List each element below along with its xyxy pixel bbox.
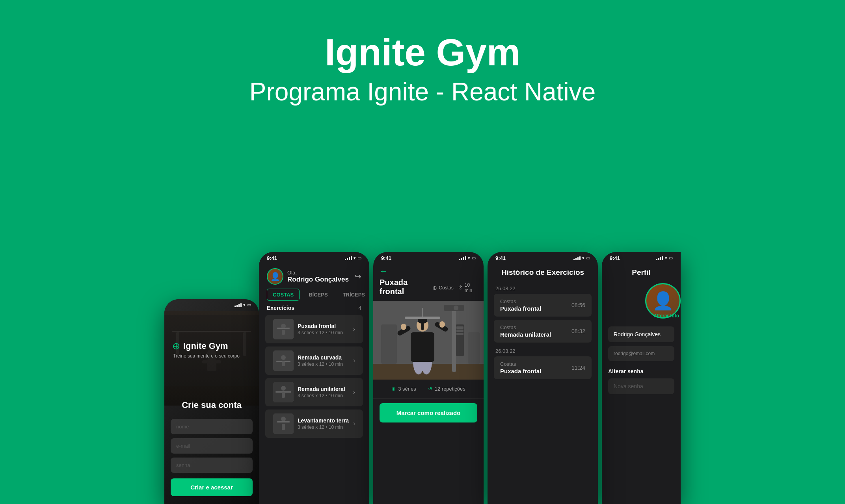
exercise-name-3: Remada unilateral — [298, 386, 349, 392]
history-ex-2: Remada unilateral — [500, 331, 551, 338]
exercise-tabs: COSTAS BÍCEPS TRÍCEPS OMBR... — [259, 289, 369, 305]
exercise-detail-header: ← Puxada frontal ⊕ Costas ⏱ 10 min — [373, 263, 484, 301]
phone-profile: 9:41 ▾ ▭ Perfil 👤 Alterar foto Rodrigo G… — [602, 252, 681, 504]
exercise-name-2: Remada curvada — [298, 354, 349, 361]
wifi-icon-2: ▾ — [354, 256, 356, 261]
logout-icon[interactable]: ↪ — [355, 272, 361, 281]
status-bar-4: 9:41 ▾ ▭ — [488, 252, 598, 263]
exercise-svg — [373, 301, 484, 380]
profile-form: Rodrigo Gonçalves rodrigo@email.com Alte… — [602, 326, 681, 394]
time-5: 9:41 — [610, 255, 620, 261]
exercise-item-3[interactable]: Remada unilateral 3 séries x 12 • 10 min… — [265, 378, 363, 406]
history-item-2[interactable]: Costas Remada unilateral 08:32 — [494, 320, 592, 343]
wifi-icon-4: ▾ — [582, 256, 584, 261]
user-name: Rodrigo Gonçalves — [287, 276, 349, 284]
status-icons-2: ▾ ▭ — [345, 256, 361, 261]
wifi-icon-3: ▾ — [468, 256, 470, 261]
criar-button[interactable]: Criar e acessar — [171, 478, 253, 496]
phone1-content: ▾ ▭ ⊕ Ignite Gym Treine sua mente e o se… — [164, 299, 259, 504]
svg-rect-42 — [405, 317, 440, 319]
svg-rect-26 — [452, 309, 456, 372]
muscle-label: Costas — [439, 285, 453, 291]
logo-area: ⊕ Ignite Gym Treine sua mente e o seu co… — [164, 309, 259, 367]
profile-email-input[interactable]: rodrigo@email.com — [608, 346, 674, 361]
exercise-image — [373, 301, 484, 380]
svg-rect-19 — [282, 392, 285, 398]
status-icons-1: ▾ ▭ — [235, 302, 251, 308]
history-item-left-3: Costas Puxada frontal — [500, 361, 541, 374]
profile-title: Perfil — [610, 268, 673, 277]
tab-costas[interactable]: COSTAS — [267, 289, 300, 301]
greeting-block: Olá, Rodrigo Gonçalves — [287, 270, 349, 284]
chevron-2: › — [353, 357, 355, 364]
history-time-3: 11:24 — [571, 365, 585, 371]
svg-point-44 — [401, 324, 406, 330]
exercise-info-1: Puxada frontal 3 séries x 12 • 10 min — [298, 323, 349, 335]
status-bar-2: 9:41 ▾ ▭ — [259, 252, 369, 263]
exercise-info-3: Remada unilateral 3 séries x 12 • 10 min — [298, 386, 349, 398]
battery-icon-2: ▭ — [357, 256, 361, 261]
time-4: 9:41 — [495, 255, 506, 261]
signal-bars-5 — [656, 256, 663, 260]
status-bar-5: 9:41 ▾ ▭ — [602, 252, 681, 263]
exercise-stats: ⊕ 3 séries ↺ 12 repetições — [373, 380, 484, 398]
exercises-count: 4 — [358, 305, 361, 311]
exercise-detail-3: 3 séries x 12 • 10 min — [298, 393, 349, 398]
alterar-senha-label: Alterar senha — [608, 368, 674, 374]
chevron-3: › — [353, 389, 355, 396]
logo-tagline: Treine sua mente e o seu corpo — [172, 353, 240, 359]
nova-senha-input[interactable]: Nova senha — [608, 378, 674, 394]
name-input[interactable]: nome — [171, 419, 253, 434]
exercise-name-4: Levantamento terra — [298, 417, 349, 424]
history-item-1[interactable]: Costas Puxada frontal 08:56 — [494, 294, 592, 317]
svg-rect-23 — [282, 424, 285, 430]
back-arrow[interactable]: ← — [380, 267, 387, 276]
detail-title: Puxada frontal — [380, 278, 432, 296]
battery-icon-5: ▭ — [669, 256, 673, 261]
marcar-button[interactable]: Marcar como realizado — [380, 403, 477, 422]
status-icons-3: ▾ ▭ — [459, 256, 476, 261]
phone-exercises: 9:41 ▾ ▭ 👤 Olá, Rodrigo Gonçalves ↪ COST… — [259, 252, 369, 504]
time-label: 10 min — [465, 282, 477, 293]
email-input[interactable]: e-mail — [171, 438, 253, 454]
alterar-foto-link[interactable]: Alterar foto — [653, 313, 679, 319]
tab-triceps[interactable]: TRÍCEPS — [337, 289, 369, 301]
hero-title: Ignite Gym — [0, 32, 845, 73]
history-item-3[interactable]: Costas Puxada frontal 11:24 — [494, 356, 592, 379]
signal-bars — [235, 303, 242, 307]
chevron-1: › — [353, 326, 355, 333]
exercise-item-2[interactable]: Remada curvada 3 séries x 12 • 10 min › — [265, 346, 363, 375]
logo-row: ⊕ Ignite Gym — [172, 341, 228, 352]
phone-detail: 9:41 ▾ ▭ ← Puxada frontal ⊕ Costas — [373, 252, 484, 504]
phone-login: ▾ ▭ ⊕ Ignite Gym Treine sua mente e o se… — [164, 299, 259, 504]
svg-point-14 — [281, 355, 286, 360]
clock-icon: ⏱ — [458, 285, 463, 291]
history-time-1: 08:56 — [571, 302, 585, 308]
signal-bars-3 — [459, 256, 466, 260]
tab-biceps[interactable]: BÍCEPS — [303, 289, 333, 301]
exercise-name-1: Puxada frontal — [298, 323, 349, 329]
profile-name-input[interactable]: Rodrigo Gonçalves — [608, 326, 674, 342]
detail-title-row: Puxada frontal ⊕ Costas ⏱ 10 min — [380, 278, 477, 298]
history-item-left-1: Costas Puxada frontal — [500, 298, 541, 312]
status-bar-3: 9:41 ▾ ▭ — [373, 252, 484, 263]
svg-rect-33 — [456, 333, 463, 335]
exercise-thumb-3 — [273, 382, 294, 402]
gym-logo-icon: ⊕ — [172, 341, 180, 352]
history-ex-1: Puxada frontal — [500, 305, 541, 312]
exercise-item-4[interactable]: Levantamento terra 3 séries x 12 • 10 mi… — [265, 410, 363, 438]
svg-rect-36 — [411, 332, 434, 362]
reps-value: 12 repetições — [435, 386, 465, 392]
history-title: Histórico de Exercícios — [495, 268, 590, 277]
hero-subtitle: Programa Ignite - React Native — [0, 77, 845, 106]
svg-rect-30 — [456, 324, 464, 356]
svg-point-22 — [281, 417, 286, 421]
svg-point-18 — [281, 386, 286, 391]
password-input[interactable]: senha — [171, 458, 253, 473]
status-icons-5: ▾ ▭ — [656, 256, 673, 261]
logo-text: Ignite Gym — [183, 341, 228, 351]
login-form: Crie sua conta nome e-mail senha Criar e… — [164, 400, 259, 504]
wifi-icon-5: ▾ — [665, 256, 667, 261]
history-header: Histórico de Exercícios — [488, 263, 598, 283]
exercise-item-1[interactable]: Puxada frontal 3 séries x 12 • 10 min › — [265, 315, 363, 343]
